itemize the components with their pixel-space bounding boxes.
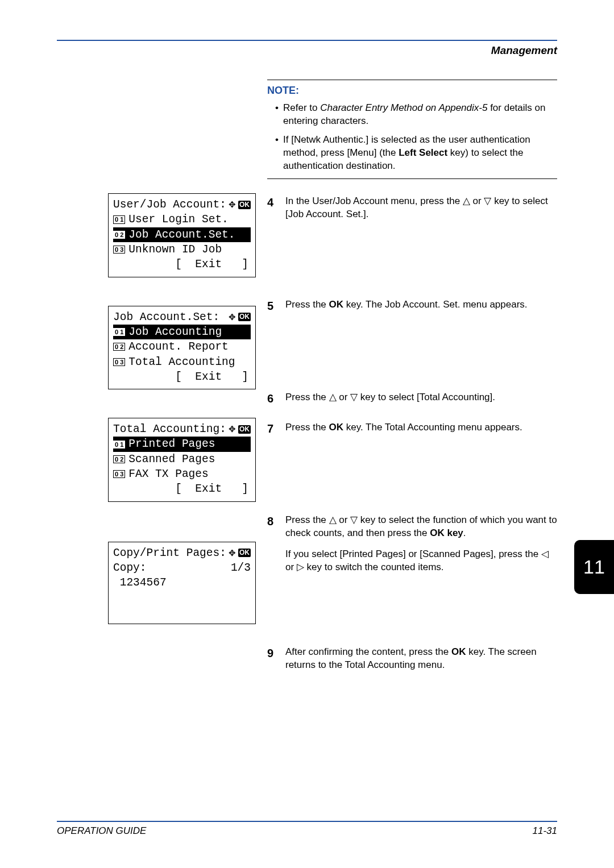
lcd-title: Total Accounting: [113, 422, 226, 437]
step-text: After confirming the content, press the … [285, 646, 557, 672]
lcd-row-selected: 0 1 Printed Pages [113, 437, 251, 451]
lcd-exit: [ Exit ] [113, 481, 251, 496]
row-text: Job Accounting [128, 325, 222, 339]
row-num: 0 1 [113, 328, 125, 336]
left-column: User/Job Account: ✥ OK 0 1 User Login Se… [57, 80, 250, 686]
lcd-title: Copy/Print Pages: [113, 546, 226, 560]
lcd-row: 0 1 User Login Set. [113, 212, 251, 227]
lcd-row: 0 3 Unknown ID Job [113, 242, 251, 257]
row-num: 0 2 [113, 231, 125, 239]
ok-icon: OK [238, 425, 251, 434]
lcd-title-icons: ✥ OK [229, 199, 251, 210]
row-text: FAX TX Pages [128, 467, 208, 481]
t: or [337, 514, 351, 525]
t: key to select [Total Accounting]. [358, 392, 495, 402]
step-number: 8 [267, 514, 279, 574]
note-list: Refer to Character Entry Method on Appen… [267, 102, 557, 173]
step-7: 7 Press the OK key. The Total Accounting… [267, 421, 557, 437]
t: key to switch the counted items. [304, 562, 444, 572]
lcd-value-row: 1234567 [113, 575, 251, 590]
down-triangle-icon: ▽ [350, 514, 358, 525]
ok-icon: OK [238, 549, 251, 557]
note-top-rule [267, 80, 557, 80]
t: If you select [Printed Pages] or [Scanne… [285, 549, 541, 559]
ok-icon: OK [238, 201, 251, 209]
lcd-exit: [ Exit ] [113, 369, 251, 384]
lcd-value: 1234567 [113, 575, 167, 590]
lcd-title-icons: ✥ OK [229, 423, 251, 435]
t: or [337, 392, 351, 402]
note-bottom-rule [267, 178, 557, 179]
up-triangle-icon: △ [463, 196, 470, 206]
spacer [267, 451, 557, 514]
step-4: 4 In the User/Job Account menu, press th… [267, 195, 557, 221]
lcd-title-row: Copy/Print Pages: ✥ OK [113, 546, 251, 560]
step-text: Press the △ or ▽ key to select [Total Ac… [285, 391, 557, 406]
step-text: In the User/Job Account menu, press the … [285, 195, 557, 221]
updown-icon: ✥ [229, 312, 235, 323]
spacer [267, 236, 557, 298]
row-text: Printed Pages [128, 437, 215, 451]
t: . [463, 528, 466, 538]
lcd-title-row: Total Accounting: ✥ OK [113, 422, 251, 437]
updown-icon: ✥ [229, 423, 235, 435]
footer-left: OPERATION GUIDE [57, 825, 146, 837]
lcd-exit: [ Exit ] [113, 257, 251, 272]
step-number: 9 [267, 646, 279, 672]
down-triangle-icon: ▽ [350, 392, 358, 402]
content-area: User/Job Account: ✥ OK 0 1 User Login Se… [57, 80, 557, 686]
t: key. The Job Account. Set. menu appears. [343, 299, 528, 310]
row-num: 0 3 [113, 470, 125, 478]
row-num: 0 1 [113, 441, 125, 448]
lcd-user-job-account: User/Job Account: ✥ OK 0 1 User Login Se… [108, 193, 256, 277]
down-triangle-icon: ▽ [484, 196, 491, 206]
up-triangle-icon: △ [329, 392, 337, 402]
t: In the User/Job Account menu, press the [285, 196, 463, 206]
lcd-title-row: User/Job Account: ✥ OK [113, 197, 251, 212]
note-item: Refer to Character Entry Method on Appen… [275, 102, 557, 128]
row-text: Job Account.Set. [128, 227, 235, 242]
footer-page: 11-31 [533, 825, 557, 837]
row-num: 0 3 [113, 358, 125, 366]
row-text: Total Accounting [128, 355, 235, 369]
lcd-row: 0 3 Total Accounting [113, 355, 251, 369]
lcd-label-row: Copy: 1/3 [113, 560, 251, 575]
chapter-tab: 11 [574, 540, 614, 594]
lcd-title-row: Job Account.Set: ✥ OK [113, 310, 251, 325]
footer: OPERATION GUIDE 11-31 [57, 821, 557, 837]
t: or [285, 562, 297, 572]
lcd-title-icons: ✥ OK [229, 547, 251, 559]
note-ital: Character Entry Method on Appendix-5 [320, 102, 487, 113]
step-9: 9 After confirming the content, press th… [267, 646, 557, 672]
t: Press the [285, 392, 329, 402]
lcd-job-account-set: Job Account.Set: ✥ OK 0 1 Job Accounting… [108, 306, 256, 390]
row-text: Scanned Pages [128, 452, 215, 467]
step-text: Press the OK key. The Total Accounting m… [285, 421, 557, 437]
lcd-row: 0 2 Account. Report [113, 339, 251, 354]
footer-rule [57, 821, 557, 822]
note-title: NOTE: [267, 84, 557, 97]
lcd-row: 0 3 FAX TX Pages [113, 467, 251, 481]
spacer [267, 329, 557, 391]
step-number: 7 [267, 421, 279, 437]
t: Press the [285, 422, 329, 433]
row-text: Account. Report [128, 339, 229, 354]
spacer [267, 589, 557, 646]
row-text: Unknown ID Job [128, 242, 222, 257]
step-5: 5 Press the OK key. The Job Account. Set… [267, 298, 557, 314]
lcd-row: 0 2 Scanned Pages [113, 452, 251, 467]
t-bold: OK [329, 422, 344, 433]
t-bold: OK [451, 646, 466, 657]
updown-icon: ✥ [229, 199, 235, 210]
step-number: 4 [267, 195, 279, 221]
row-num: 0 1 [113, 215, 125, 223]
t: Press the [285, 299, 329, 310]
step-6: 6 Press the △ or ▽ key to select [Total … [267, 391, 557, 406]
lcd-total-accounting: Total Accounting: ✥ OK 0 1 Printed Pages… [108, 418, 256, 502]
t: Press the [285, 514, 329, 525]
lcd-label: Copy: [113, 560, 147, 575]
note-bold: Left Select [399, 147, 447, 158]
ok-icon: OK [238, 313, 251, 321]
top-rule [57, 40, 557, 41]
note-text: Refer to [283, 102, 320, 113]
